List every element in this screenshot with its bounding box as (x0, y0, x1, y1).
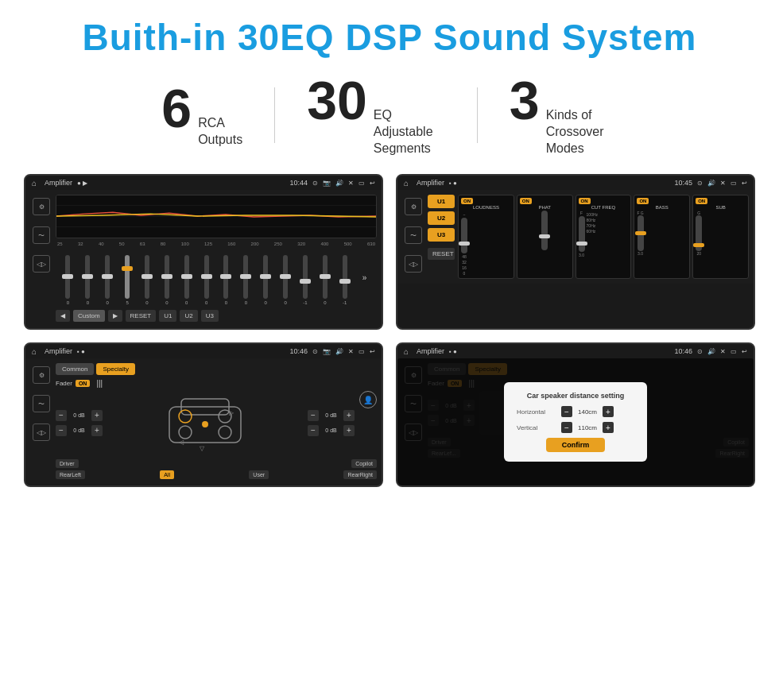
cross-settings-icon[interactable]: ⚙ (33, 366, 50, 384)
cross-right: − 0 dB + − 0 dB + (308, 410, 355, 436)
btn-rearright[interactable]: RearRight (343, 470, 377, 479)
eq-slider-10[interactable]: 0 (257, 255, 275, 305)
vol-icon-2: 🔊 (707, 180, 715, 187)
eq-slider-1[interactable]: 0 (79, 255, 97, 305)
close-icon-2: ✕ (720, 180, 726, 187)
eq-slider-11[interactable]: 0 (277, 255, 295, 305)
amp-speaker-icon[interactable]: ◁▷ (405, 255, 422, 273)
amp-loudness: ON LOUDNESS ~ 48 32 16 0 (458, 195, 514, 279)
eq-prev-btn[interactable]: ◀ (56, 310, 70, 322)
stat-rca-number: 6 (161, 81, 192, 135)
amp-reset-btn[interactable]: RESET (428, 248, 455, 260)
amp-u3-btn[interactable]: U3 (428, 228, 455, 242)
btn-copilot[interactable]: Copilot (351, 459, 377, 468)
crossover-content: ⚙ 〜 ◁▷ Common Specialty Fader ON ||| (25, 358, 382, 484)
tab-specialty[interactable]: Specialty (96, 363, 134, 375)
stat-rca-label: RCAOutputs (198, 115, 242, 149)
amp-wave-icon[interactable]: 〜 (405, 226, 422, 244)
vertical-plus[interactable]: + (603, 422, 614, 433)
svg-point-9 (219, 426, 231, 439)
cross-main: Common Specialty Fader ON ||| (56, 363, 377, 479)
eq-freq-labels: 253240506380100125160200250320400500630 (56, 242, 377, 246)
eq-main: 253240506380100125160200250320400500630 … (56, 195, 377, 323)
amp-cutfreq: ON CUT FREQ F 3.0 100Hz (576, 195, 632, 279)
eq-arrow-more[interactable]: » (355, 273, 374, 282)
eq-slider-2[interactable]: 0 (99, 255, 117, 305)
db-plus-br[interactable]: + (343, 425, 355, 436)
horizontal-stepper: − 140cm + (561, 406, 614, 417)
sub-on[interactable]: ON (696, 198, 707, 204)
btn-driver[interactable]: Driver (56, 459, 79, 468)
vol-icon-3: 🔊 (335, 348, 343, 355)
eq-slider-3[interactable]: 5 (118, 255, 137, 305)
bass-on[interactable]: ON (637, 198, 649, 204)
eq-next-btn[interactable]: ▶ (108, 310, 122, 322)
home-icon-1: ⌂ (32, 179, 37, 188)
amp-u1-btn[interactable]: U1 (428, 195, 455, 208)
cross-speaker-icon[interactable]: ◁▷ (33, 423, 50, 441)
horizontal-plus[interactable]: + (603, 406, 614, 417)
amp-u2-btn[interactable]: U2 (428, 211, 455, 225)
confirm-button[interactable]: Confirm (546, 438, 606, 452)
eq-slider-5[interactable]: 0 (157, 255, 176, 305)
horizontal-value: 140cm (576, 408, 599, 416)
rect-icon-2: ▭ (731, 180, 737, 187)
eq-slider-13[interactable]: 0 (316, 255, 334, 305)
loudness-on[interactable]: ON (461, 198, 473, 204)
fader-section: Fader ON ||| (56, 379, 377, 388)
eq-slider-6[interactable]: 0 (177, 255, 196, 305)
eq-slider-0[interactable]: 0 (59, 255, 77, 305)
db-minus-bl[interactable]: − (56, 425, 67, 436)
loc-icon-2: ⊙ (697, 180, 703, 187)
fader-on-badge[interactable]: ON (76, 380, 91, 387)
eq-slider-14[interactable]: -1 (335, 255, 354, 305)
btn-all[interactable]: All (160, 470, 174, 479)
eq-u3-btn[interactable]: U3 (201, 310, 219, 322)
eq-u2-btn[interactable]: U2 (180, 310, 197, 322)
cutfreq-on[interactable]: ON (579, 198, 591, 204)
eq-slider-4[interactable]: 0 (138, 255, 157, 305)
vertical-value: 110cm (576, 424, 599, 431)
profile-icon-3[interactable]: 👤 (359, 391, 377, 408)
eq-custom-btn[interactable]: Custom (73, 310, 105, 322)
db-minus-tl[interactable]: − (56, 410, 67, 421)
bass-label: BASS (637, 205, 687, 210)
eq-settings-icon[interactable]: ⚙ (33, 198, 50, 215)
btn-rearleft[interactable]: RearLeft (56, 470, 85, 479)
db-plus-tr[interactable]: + (343, 410, 355, 421)
eq-slider-8[interactable]: 0 (217, 255, 235, 305)
cross-bottom-row2: RearLeft All User RearRight (56, 470, 377, 479)
eq-reset-btn[interactable]: RESET (126, 310, 157, 322)
cross-wave-icon[interactable]: 〜 (33, 395, 50, 412)
db-minus-tr[interactable]: − (308, 410, 319, 421)
db-minus-br[interactable]: − (308, 425, 319, 436)
eq-sidebar: ⚙ 〜 ◁▷ (30, 195, 52, 323)
eq-speaker-icon[interactable]: ◁▷ (33, 255, 50, 273)
db-control-tl: − 0 dB + (56, 410, 103, 421)
eq-u1-btn[interactable]: U1 (159, 310, 176, 322)
eq-slider-7[interactable]: 0 (197, 255, 215, 305)
phat-on[interactable]: ON (520, 198, 532, 204)
close-icon-4: ✕ (720, 348, 726, 355)
eq-wave-icon[interactable]: 〜 (33, 226, 50, 244)
eq-slider-9[interactable]: 0 (237, 255, 255, 305)
cross-sidebar: ⚙ 〜 ◁▷ (30, 363, 52, 479)
dialog-title: Car speaker distance setting (517, 392, 634, 400)
amp-controls-row: ON LOUDNESS ~ 48 32 16 0 (458, 195, 749, 279)
horizontal-minus[interactable]: − (561, 406, 572, 417)
rect-icon-1: ▭ (358, 180, 365, 187)
amp-sub: ON SUB G 20 (692, 195, 749, 279)
tab-common[interactable]: Common (56, 363, 94, 375)
close-icon-3: ✕ (348, 348, 354, 355)
eq-slider-12[interactable]: -1 (296, 255, 315, 305)
vol-icon-1: 🔊 (335, 180, 343, 187)
vertical-minus[interactable]: − (561, 422, 572, 433)
app-name-3: Amplifier (45, 347, 72, 355)
loudness-label: LOUDNESS (461, 205, 511, 210)
btn-user[interactable]: User (249, 470, 269, 479)
db-plus-tl[interactable]: + (91, 410, 103, 421)
cam-icon-1: 📷 (323, 180, 331, 187)
svg-text:▷: ▷ (229, 409, 234, 416)
db-plus-bl[interactable]: + (91, 425, 103, 436)
amp-settings-icon[interactable]: ⚙ (405, 198, 422, 215)
